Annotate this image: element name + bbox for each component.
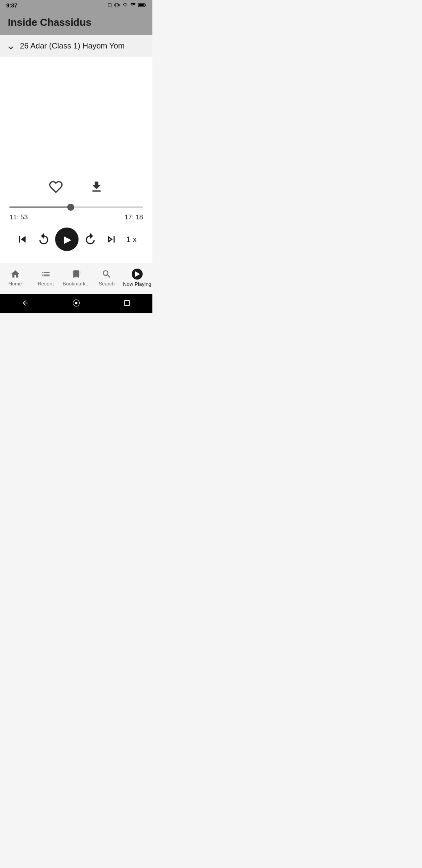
notification-icon: ☐	[107, 3, 112, 8]
now-playing-icon	[132, 269, 143, 280]
play-icon: ▶	[64, 233, 72, 246]
app-header: Inside Chassidus	[0, 11, 152, 35]
svg-point-4	[75, 301, 78, 304]
nav-item-recent[interactable]: Recent	[30, 267, 61, 288]
play-button[interactable]: ▶	[55, 228, 79, 251]
progress-track[interactable]	[9, 206, 143, 208]
vibrate-icon	[114, 2, 120, 9]
system-recents-button[interactable]	[120, 296, 134, 311]
nav-label-home: Home	[9, 281, 22, 287]
current-time: 11: 53	[9, 213, 28, 221]
album-art-area	[0, 57, 152, 172]
download-button[interactable]	[88, 178, 105, 199]
skip-next-button[interactable]	[102, 230, 121, 249]
playback-controls: ▶ 1 x	[8, 221, 145, 259]
progress-container[interactable]	[8, 206, 145, 208]
controls-area: 11: 53 17: 18 ▶	[0, 172, 152, 263]
wifi-icon	[122, 3, 128, 9]
nav-item-bookmark[interactable]: Bookmark...	[61, 267, 91, 288]
status-time: 9:37	[6, 2, 17, 9]
track-header: ⌄ 26 Adar (Class 1) Hayom Yom	[0, 35, 152, 57]
status-bar: 9:37 ☐	[0, 0, 152, 11]
action-icons	[8, 172, 145, 206]
bottom-nav: Home Recent Bookmark... Search Now Playi…	[0, 263, 152, 294]
svg-rect-2	[139, 4, 144, 6]
progress-fill	[9, 206, 71, 208]
nav-item-now-playing[interactable]: Now Playing	[122, 267, 152, 289]
app-title: Inside Chassidus	[8, 16, 91, 28]
fast-forward-button[interactable]	[80, 230, 100, 249]
speed-label: 1 x	[126, 235, 137, 244]
svg-rect-5	[124, 300, 129, 305]
track-title: 26 Adar (Class 1) Hayom Yom	[20, 41, 146, 50]
status-icons: ☐	[107, 2, 146, 9]
speed-button[interactable]: 1 x	[123, 232, 140, 247]
main-content: ⌄ 26 Adar (Class 1) Hayom Yom	[0, 35, 152, 263]
total-time: 17: 18	[125, 213, 143, 221]
system-nav-bar	[0, 294, 152, 313]
skip-previous-button[interactable]	[13, 230, 32, 249]
favorite-button[interactable]	[47, 178, 64, 199]
time-labels: 11: 53 17: 18	[8, 211, 145, 221]
now-playing-play-icon	[135, 271, 140, 277]
collapse-icon[interactable]: ⌄	[6, 40, 15, 51]
nav-label-search: Search	[98, 281, 114, 287]
home-circle-icon	[72, 299, 80, 307]
nav-item-home[interactable]: Home	[0, 267, 30, 288]
nav-label-bookmark: Bookmark...	[63, 281, 89, 287]
rewind-button[interactable]	[34, 230, 54, 249]
nav-label-recent: Recent	[38, 281, 54, 287]
recent-icon	[41, 269, 51, 279]
progress-thumb[interactable]	[67, 204, 74, 211]
system-back-button[interactable]	[18, 296, 32, 311]
svg-rect-1	[145, 4, 146, 5]
battery-icon	[138, 3, 146, 9]
recents-square-icon	[123, 299, 131, 307]
nav-label-now-playing: Now Playing	[123, 281, 151, 287]
bookmark-icon	[71, 269, 81, 279]
nav-item-search[interactable]: Search	[91, 267, 122, 288]
home-icon	[10, 269, 20, 279]
signal-icon	[131, 2, 136, 9]
back-arrow-icon	[21, 299, 29, 307]
system-home-button[interactable]	[69, 296, 83, 311]
search-icon	[102, 269, 112, 279]
